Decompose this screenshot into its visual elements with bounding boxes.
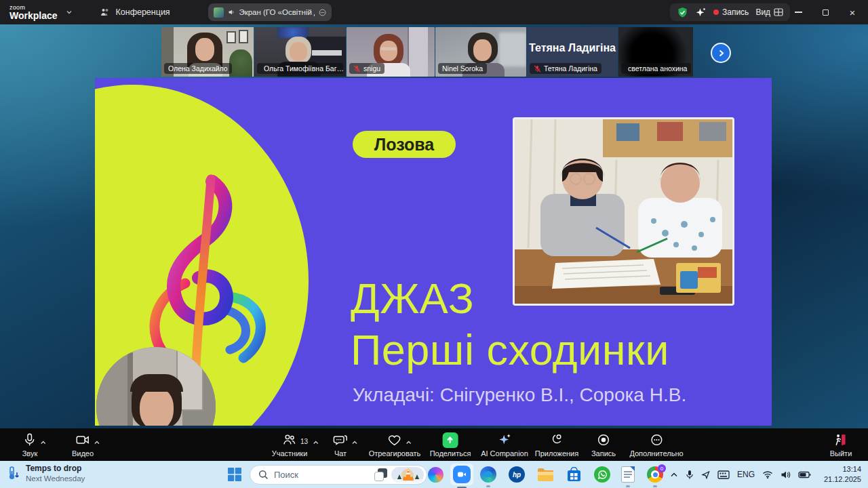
screen-share-banner[interactable]: Экран (ГО «Освітній діалог» (208, 3, 332, 21)
participant-tile-snigu[interactable]: snigu (347, 27, 435, 77)
vlc-app-icon[interactable] (399, 465, 418, 484)
participant-tile-ninel[interactable]: Ninel Soroka (435, 27, 526, 77)
language-indicator[interactable]: ENG (737, 470, 755, 479)
record-icon (595, 432, 612, 447)
chevron-up-icon[interactable] (406, 440, 412, 445)
copilot-app-icon[interactable] (426, 465, 445, 484)
ai-sparkle-icon[interactable] (695, 7, 707, 18)
zoom-app-icon[interactable] (450, 464, 473, 485)
audio-button[interactable]: Звук (22, 432, 38, 458)
slide-title: ДЖАЗ Перші сходинки (351, 273, 669, 375)
recording-indicator[interactable]: Запись (713, 7, 749, 17)
libreoffice-writer-icon[interactable] (618, 465, 637, 484)
tab-conference-label: Конференция (116, 7, 170, 17)
chrome-app-icon[interactable]: 0 (646, 465, 665, 484)
apps-button[interactable]: Приложения (535, 432, 578, 458)
record-button[interactable]: Запись (591, 432, 616, 458)
battery-icon[interactable] (798, 471, 811, 479)
whatsapp-app-icon[interactable] (593, 465, 612, 484)
chevron-up-icon[interactable] (351, 440, 358, 445)
title-bar: zoom Workplace Конференция Экран (ГО «Ос… (0, 0, 868, 24)
weather-widget[interactable]: Temps to drop Next Wednesday (7, 464, 85, 483)
share-screen-icon (443, 432, 458, 448)
minimize-button[interactable] (785, 0, 811, 24)
video-label: Видео (72, 449, 94, 458)
muted-mic-icon (353, 65, 361, 73)
react-button[interactable]: Отреагировать (369, 432, 421, 458)
edge-app-icon[interactable] (479, 465, 498, 484)
more-label: Дополнительно (629, 449, 683, 458)
running-indicator (486, 485, 490, 487)
chevron-up-icon[interactable] (40, 440, 47, 445)
shared-screen-slide: Лозова (95, 78, 772, 426)
participant-tile-svetlana[interactable]: светлана анохина (618, 27, 693, 77)
participants-label: Участники (272, 449, 308, 458)
slide-title-line1: ДЖАЗ (351, 273, 669, 325)
slide-location-badge: Лозова (353, 131, 456, 158)
apps-label: Приложения (535, 449, 578, 458)
participants-icon (281, 432, 298, 447)
slide-authors-line: Укладачі: Снігуренко В.І., Сорока Н.В. (353, 384, 686, 406)
chevron-up-icon[interactable] (94, 440, 100, 445)
restore-button[interactable] (812, 0, 838, 24)
react-label: Отреагировать (369, 449, 421, 458)
clock-date: 21.12.2025 (824, 474, 861, 485)
shared-screen-thumbnail-icon (214, 7, 224, 18)
search-placeholder: Поиск (274, 470, 386, 480)
leave-button[interactable]: Выйти (830, 432, 852, 458)
start-button[interactable] (225, 465, 244, 484)
camera-icon (75, 432, 91, 447)
more-button[interactable]: Дополнительно (629, 432, 683, 458)
participant-name-label: светлана анохина (621, 63, 691, 74)
thermometer-down-icon (7, 466, 20, 482)
weather-subtext: Next Wednesday (26, 474, 85, 483)
mic-in-use-icon[interactable] (686, 470, 694, 480)
meeting-toolbar: Звук Видео 13 Участники Чат (0, 428, 868, 461)
file-explorer-icon[interactable] (536, 465, 555, 484)
participants-count-badge: 13 (300, 438, 308, 445)
participants-filmstrip: Олена Задихайло Ольга Тимофіївна Баг… (161, 27, 693, 77)
windows-taskbar: Temps to drop Next Wednesday Поиск (0, 461, 868, 488)
location-in-use-icon[interactable] (701, 470, 710, 479)
microsoft-store-icon[interactable] (564, 465, 583, 484)
running-indicator (626, 485, 630, 487)
running-indicator (653, 485, 657, 487)
layout-grid-icon (774, 8, 783, 16)
ai-companion-button[interactable]: AI Companion (481, 432, 528, 458)
participant-name-label: Ольга Тимофіївна Баг… (257, 63, 343, 74)
participants-button[interactable]: 13 Участники (272, 432, 308, 458)
task-view-button[interactable] (372, 465, 391, 484)
participant-tile-olha[interactable]: Ольга Тимофіївна Баг… (254, 27, 346, 77)
hp-app-icon[interactable]: hp (507, 465, 526, 484)
view-label: Вид (755, 7, 770, 17)
leave-label: Выйти (830, 449, 852, 458)
logo-workplace-text: Workplace (9, 11, 58, 20)
share-screen-button[interactable]: Поделиться (430, 432, 471, 458)
chevron-down-icon[interactable] (66, 9, 73, 16)
wifi-icon[interactable] (762, 470, 773, 479)
chat-icon (332, 432, 349, 447)
chat-button[interactable]: Чат (332, 432, 349, 458)
taskbar-clock[interactable]: 13:14 21.12.2025 (824, 464, 861, 485)
view-button[interactable]: Вид (755, 7, 783, 17)
more-options-icon[interactable] (319, 7, 326, 18)
volume-icon[interactable] (781, 470, 791, 479)
participant-tile-olena[interactable]: Олена Задихайло (161, 27, 254, 77)
touch-keyboard-icon[interactable] (717, 470, 730, 479)
chevron-up-icon[interactable] (313, 440, 319, 445)
apps-icon (549, 432, 565, 447)
screen-share-banner-text: Экран (ГО «Освітній діалог» (239, 8, 314, 16)
tray-chevron-up-icon[interactable] (670, 472, 678, 478)
participant-tile-tetyana[interactable]: Тетяна Ладигіна Тетяна Ладигіна (527, 27, 618, 77)
mic-icon (22, 432, 37, 447)
record-dot-icon (713, 9, 719, 15)
video-button[interactable]: Видео (72, 432, 94, 458)
next-participants-button[interactable] (711, 43, 731, 63)
close-button[interactable]: × (840, 0, 865, 24)
security-shield-icon[interactable] (677, 7, 688, 18)
ai-companion-label: AI Companion (481, 449, 528, 458)
system-tray: ENG (670, 461, 811, 488)
tab-conference[interactable]: Конференция (100, 7, 170, 18)
chat-label: Чат (334, 449, 347, 458)
zoom-workplace-logo: zoom Workplace (9, 5, 58, 20)
